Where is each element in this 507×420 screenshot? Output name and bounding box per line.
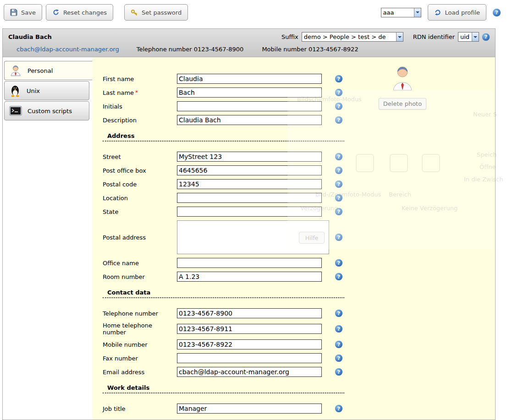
help-icon[interactable]: ?: [335, 234, 342, 241]
row-description: Description ?: [103, 115, 495, 125]
last-name-input[interactable]: [177, 87, 322, 98]
delete-photo-button[interactable]: Delete photo: [379, 98, 426, 109]
person-icon: [9, 64, 22, 77]
row-post-office-box: Post office box ?: [103, 165, 495, 175]
help-icon[interactable]: ?: [335, 208, 342, 215]
home-telephone-input[interactable]: [177, 324, 322, 334]
terminal-icon: [9, 106, 22, 116]
field-label: Street: [103, 153, 177, 160]
suffix-select-value: demo > People > test > de: [304, 33, 386, 40]
chevron-down-icon: [472, 33, 479, 41]
row-postal-code: Postal code ?: [103, 179, 495, 189]
section-title: Address: [107, 132, 134, 139]
reset-icon: [52, 9, 60, 16]
suffix-select[interactable]: demo > People > test > de: [302, 32, 403, 42]
load-profile-icon: [434, 9, 441, 16]
street-input[interactable]: [177, 152, 322, 162]
rdn-select[interactable]: uid: [458, 32, 479, 42]
reset-changes-button[interactable]: Reset changes: [46, 4, 113, 21]
help-icon[interactable]: ?: [335, 341, 342, 348]
save-button-label: Save: [21, 9, 36, 16]
office-name-input[interactable]: [177, 258, 322, 268]
save-button[interactable]: Save: [4, 4, 42, 21]
field-label: Last name*: [103, 89, 177, 96]
load-profile-button[interactable]: Load profile: [428, 4, 486, 21]
tux-icon: [9, 84, 21, 97]
section-title: Contact data: [107, 289, 150, 296]
header-telephone: Telephone number 0123-4567-8900: [137, 46, 244, 53]
row-room-number: Room number ?: [103, 272, 495, 282]
chevron-down-icon: [414, 8, 421, 17]
account-header: Claudia Bach Suffix demo > People > test…: [3, 29, 495, 57]
field-label: Home telephone number: [103, 322, 177, 336]
room-number-input[interactable]: [177, 272, 322, 282]
help-icon[interactable]: ?: [335, 259, 342, 267]
help-icon[interactable]: ?: [335, 75, 342, 82]
section-title: Work details: [107, 384, 149, 391]
help-icon[interactable]: ?: [335, 180, 342, 188]
help-icon[interactable]: ?: [335, 325, 342, 333]
field-label: Mobile number: [103, 341, 177, 348]
row-fax-number: Fax number ?: [103, 353, 495, 363]
help-icon[interactable]: ?: [335, 103, 342, 110]
field-label: Fax number: [103, 355, 177, 362]
tab-personal-label: Personal: [28, 67, 53, 74]
help-icon[interactable]: ?: [335, 116, 342, 124]
initials-input[interactable]: [177, 101, 322, 111]
help-icon[interactable]: ?: [335, 153, 342, 160]
tab-custom-scripts[interactable]: Custom scripts: [4, 101, 89, 120]
description-input[interactable]: [177, 115, 322, 125]
personal-form: Delete photo First name ? Last name* ? I…: [92, 57, 495, 420]
field-label: Location: [103, 195, 177, 202]
postal-address-textarea[interactable]: [177, 220, 329, 254]
field-label: Initials: [103, 103, 177, 110]
telephone-number-input[interactable]: [177, 308, 322, 318]
field-label: Telephone number: [103, 310, 177, 317]
field-label: Post office box: [103, 167, 177, 174]
help-icon[interactable]: ?: [335, 355, 342, 362]
tab-custom-scripts-label: Custom scripts: [28, 108, 72, 115]
tab-unix-label: Unix: [27, 87, 40, 94]
help-icon[interactable]: ?: [482, 33, 490, 41]
section-header-work-details: Work details: [103, 384, 344, 393]
chevron-down-icon: [396, 33, 403, 41]
set-password-label: Set password: [142, 9, 182, 16]
field-label: State: [103, 208, 177, 215]
help-icon[interactable]: ?: [335, 194, 342, 202]
help-icon[interactable]: ?: [335, 310, 342, 317]
row-last-name: Last name* ?: [103, 87, 495, 98]
help-icon[interactable]: ?: [335, 167, 342, 174]
reset-changes-label: Reset changes: [63, 9, 107, 16]
postal-code-input[interactable]: [177, 179, 322, 189]
toolbar-right: aaa Load profile ?: [381, 4, 501, 21]
location-input[interactable]: [177, 193, 322, 203]
email-address-input[interactable]: [177, 367, 322, 377]
page-title: Claudia Bach: [8, 33, 52, 40]
tab-unix[interactable]: Unix: [4, 81, 89, 100]
help-icon[interactable]: ?: [335, 368, 342, 376]
post-office-box-input[interactable]: [177, 165, 322, 175]
row-mobile-number: Mobile number ?: [103, 339, 495, 349]
email-link[interactable]: cbach@ldap-account-manager.org: [17, 46, 119, 53]
row-state: State ?: [103, 207, 495, 217]
suffix-label: Suffix: [281, 33, 298, 40]
mobile-number-input[interactable]: [177, 339, 322, 349]
help-icon[interactable]: ?: [335, 273, 342, 280]
user-photo: [391, 65, 413, 91]
first-name-input[interactable]: [177, 74, 322, 84]
profile-select[interactable]: aaa: [381, 8, 421, 17]
help-icon[interactable]: ?: [493, 9, 501, 16]
header-mobile: Mobile number 0123-4567-8922: [262, 46, 358, 53]
fax-number-input[interactable]: [177, 353, 322, 363]
help-icon[interactable]: ?: [335, 89, 342, 96]
help-icon[interactable]: ?: [335, 405, 342, 412]
section-header-address: Address: [103, 132, 344, 142]
state-input[interactable]: [177, 207, 322, 217]
tab-personal[interactable]: Personal: [4, 61, 93, 80]
row-home-telephone-number: Home telephone number ?: [103, 322, 495, 336]
row-telephone-number: Telephone number ?: [103, 308, 495, 318]
field-label: First name: [103, 76, 177, 82]
row-initials: Initials ?: [103, 101, 495, 111]
set-password-button[interactable]: Set password: [124, 4, 188, 21]
job-title-input[interactable]: [177, 404, 322, 414]
